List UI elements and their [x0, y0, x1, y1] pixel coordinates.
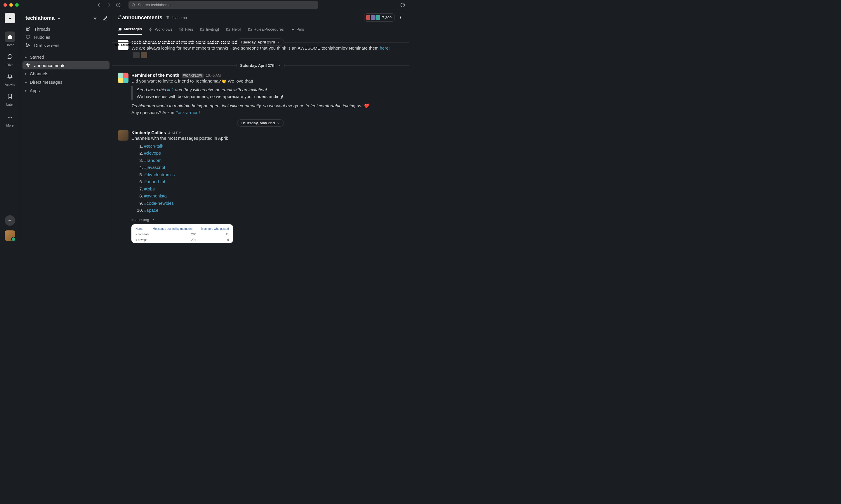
sidebar-label: Starred — [30, 55, 44, 59]
tab-label: Pins — [297, 27, 304, 32]
channel-link[interactable]: #javascript — [144, 165, 165, 170]
channel-subtitle: Techlahoma — [167, 16, 187, 20]
bookmark-icon — [7, 93, 13, 99]
message-time: 10:45 AM — [206, 73, 221, 77]
nav-forward[interactable] — [106, 2, 111, 7]
date-divider[interactable]: Saturday, April 27th — [236, 62, 285, 69]
sidebar-label: Drafts & sent — [34, 43, 59, 48]
sidebar-label: Huddles — [34, 35, 50, 40]
channel-link[interactable]: #devops — [144, 150, 161, 156]
image-preview[interactable]: NameMessages posted by membersMembers wh… — [132, 224, 233, 243]
stack-icon — [179, 28, 183, 32]
tab-label: Messages — [124, 27, 142, 31]
tab-workflows[interactable]: Workflows — [149, 24, 172, 35]
list-item: #pythonista — [144, 193, 403, 200]
tab-help[interactable]: Help! — [226, 24, 241, 35]
message-text: We are always looking for new members to… — [132, 45, 403, 58]
caret-right-icon: ▸ — [25, 89, 27, 92]
avatar[interactable] — [118, 73, 128, 83]
user-avatar[interactable] — [5, 230, 15, 241]
avatar[interactable] — [118, 130, 128, 141]
channel-link[interactable]: #code-newbies — [144, 201, 174, 205]
heart-emoji: ❤️ — [363, 103, 369, 108]
sidebar-threads[interactable]: Threads — [22, 25, 109, 33]
minimize-window[interactable] — [9, 3, 13, 7]
workspace-name[interactable]: techlahoma — [25, 15, 55, 21]
channel-link[interactable]: #pythonista — [144, 193, 167, 198]
channel-mention[interactable]: #ask-a-mod — [175, 110, 199, 115]
tab-label: Files — [185, 27, 193, 32]
channel-link[interactable]: #diy-electronics — [144, 172, 175, 177]
rail-home[interactable]: Home — [0, 30, 20, 49]
channel-link[interactable]: #tech-talk — [144, 144, 163, 148]
channel-link[interactable]: #jobs — [144, 186, 155, 191]
sidebar-drafts[interactable]: Drafts & sent — [22, 41, 109, 49]
reaction[interactable] — [133, 52, 140, 58]
add-button[interactable]: + — [5, 215, 15, 226]
help-icon[interactable] — [400, 2, 405, 7]
list-item: #diy-electronics — [144, 171, 403, 179]
tab-rules[interactable]: Rules/Procedures — [248, 24, 284, 35]
channel-title[interactable]: #announcements — [118, 15, 162, 21]
tab-inviting[interactable]: Inviting! — [200, 24, 219, 35]
svg-point-4 — [9, 117, 10, 118]
tab-messages[interactable]: Messages — [118, 24, 142, 35]
filter-icon[interactable] — [92, 16, 98, 21]
tab-label: Workflows — [155, 27, 172, 32]
history-icon[interactable] — [116, 2, 121, 7]
list-item: #devops — [144, 150, 403, 157]
close-window[interactable] — [3, 3, 7, 7]
channel-link[interactable]: #random — [144, 158, 161, 163]
message-icon — [118, 27, 122, 31]
rail-activity[interactable]: Activity — [0, 69, 20, 88]
channel-link[interactable]: #ai-and-ml — [144, 179, 165, 184]
date-divider[interactable]: Tuesday, April 23rd — [237, 38, 284, 46]
search-input[interactable]: Search techlahoma — [128, 1, 318, 9]
nominate-link[interactable]: here — [380, 46, 389, 51]
sidebar-dms[interactable]: ▸ Direct messages — [22, 78, 109, 86]
list-item: #code-newbies — [144, 200, 403, 207]
caret-down-icon[interactable] — [152, 218, 155, 221]
svg-point-3 — [8, 117, 9, 118]
nav-back[interactable] — [97, 2, 102, 7]
folder-icon — [226, 28, 230, 32]
sidebar-label: Threads — [34, 26, 50, 32]
send-icon — [25, 42, 31, 48]
more-actions-icon[interactable] — [398, 15, 403, 20]
rail-more[interactable]: More — [0, 110, 20, 129]
workflow-badge: WORKFLOW — [182, 73, 204, 78]
date-label: Saturday, April 27th — [240, 63, 275, 68]
reaction[interactable] — [141, 52, 147, 58]
caret-right-icon: ▸ — [25, 80, 27, 84]
sidebar-huddles[interactable]: Huddles — [22, 33, 109, 41]
maximize-window[interactable] — [15, 3, 19, 7]
date-divider[interactable]: Thursday, May 2nd — [237, 119, 284, 127]
tab-files[interactable]: Files — [179, 24, 193, 35]
message-author[interactable]: Reminder of the month — [132, 73, 179, 77]
date-label: Tuesday, April 23rd — [241, 40, 275, 44]
svg-point-5 — [11, 117, 12, 118]
folder-icon — [248, 28, 252, 32]
list-item: #tech-talk — [144, 143, 403, 150]
rail-later[interactable]: Later — [0, 89, 20, 108]
tab-label: Inviting! — [206, 27, 219, 32]
sidebar-channel-announcements[interactable]: announcements — [22, 61, 109, 69]
workspace-switcher[interactable] — [5, 13, 15, 23]
message-time: 4:14 PM — [168, 131, 181, 135]
content: #announcements Techlahoma 7,300 Messages… — [112, 10, 409, 245]
invite-link[interactable]: link — [167, 87, 174, 92]
channel-link[interactable]: #space — [144, 208, 158, 213]
search-icon — [132, 3, 136, 7]
compose-icon[interactable] — [103, 16, 108, 21]
channel-name: announcements — [122, 15, 162, 20]
member-count-pill[interactable]: 7,300 — [364, 14, 395, 22]
message-author[interactable]: Kimberly Collins — [132, 130, 166, 135]
svg-point-8 — [400, 18, 401, 19]
rail-dms[interactable]: DMs — [0, 50, 20, 68]
attachment-name[interactable]: image.png — [132, 217, 149, 223]
sidebar-starred[interactable]: ▸ Starred — [22, 53, 109, 61]
tab-pins[interactable]: Pins — [291, 24, 304, 35]
sidebar-channels[interactable]: ▸ Channels — [22, 69, 109, 78]
chevron-down-icon — [57, 16, 61, 20]
sidebar-apps[interactable]: ▸ Apps — [22, 86, 109, 95]
